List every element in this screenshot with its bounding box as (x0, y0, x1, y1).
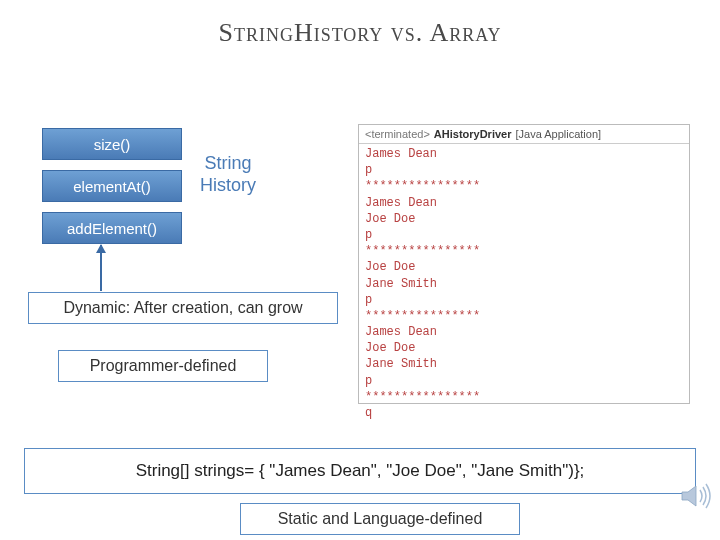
static-lang-note: Static and Language-defined (240, 503, 520, 535)
dynamic-note: Dynamic: After creation, can grow (28, 292, 338, 324)
console-output: James Dean p **************** James Dean… (359, 144, 689, 423)
method-addelement-box: addElement() (42, 212, 182, 244)
programmer-defined-note: Programmer-defined (58, 350, 268, 382)
console-driver-label: AHistoryDriver (434, 128, 512, 140)
method-elementat-box: elementAt() (42, 170, 182, 202)
slide-content: size() elementAt() addElement() String H… (0, 58, 720, 518)
speaker-icon (680, 482, 712, 510)
programmer-defined-text: Programmer-defined (90, 357, 237, 374)
string-history-text: String History (200, 153, 256, 195)
method-size-box: size() (42, 128, 182, 160)
method-size-label: size() (94, 136, 131, 153)
method-elementat-label: elementAt() (73, 178, 151, 195)
console-apptype-label: [Java Application] (515, 128, 601, 140)
code-line-text: String[] strings= { "James Dean", "Joe D… (136, 461, 585, 480)
arrow-up-icon (100, 245, 102, 291)
string-history-label: String History (200, 153, 256, 196)
dynamic-note-text: Dynamic: After creation, can grow (63, 299, 302, 316)
slide-title: StringHistory vs. Array (0, 0, 720, 58)
code-line-box: String[] strings= { "James Dean", "Joe D… (24, 448, 696, 494)
console-panel: <terminated> AHistoryDriver [Java Applic… (358, 124, 690, 404)
method-addelement-label: addElement() (67, 220, 157, 237)
console-terminated-label: <terminated> (365, 128, 430, 140)
static-lang-text: Static and Language-defined (278, 510, 483, 527)
console-header: <terminated> AHistoryDriver [Java Applic… (359, 125, 689, 144)
